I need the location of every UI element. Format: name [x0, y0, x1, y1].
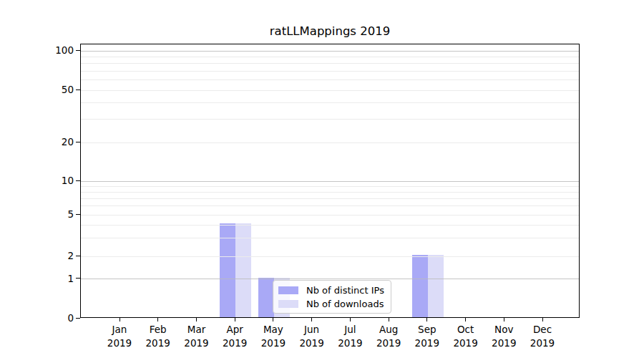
x-tick-mark-oct — [465, 318, 466, 321]
x-tick-mark-apr — [235, 318, 235, 321]
gridline-minor-8 — [81, 192, 579, 193]
gridline-minor-60 — [81, 79, 579, 80]
gridline-minor-90 — [81, 57, 579, 57]
gridline-minor-3 — [81, 238, 579, 238]
figure: ratLLMappings 2019 Nb of distinct IPs Nb… — [0, 0, 644, 358]
y-tick-label-1: 1 — [28, 272, 74, 285]
x-tick-mark-aug — [389, 318, 389, 321]
y-tick-label-5: 5 — [28, 208, 74, 221]
bar-nb-of-distinct-ips-sep — [412, 255, 428, 317]
x-tick-mark-mar — [196, 318, 197, 321]
gridline-minor-40 — [81, 102, 579, 103]
x-tick-mark-may — [273, 318, 273, 321]
y-tick-mark-2 — [76, 256, 80, 256]
y-tick-label-10: 10 — [28, 174, 74, 187]
gridline-minor-7 — [81, 198, 579, 199]
legend-row-distinct-ips: Nb of distinct IPs — [273, 284, 391, 297]
gridline-minor-30 — [81, 119, 579, 120]
y-tick-label-100: 100 — [28, 44, 74, 57]
gridline-minor-20 — [81, 142, 579, 143]
gridline-major-1 — [81, 279, 579, 279]
y-tick-label-20: 20 — [28, 135, 74, 148]
legend: Nb of distinct IPs Nb of downloads — [273, 280, 391, 314]
legend-swatch-downloads — [278, 300, 298, 308]
x-tick-year: 2019 — [519, 337, 565, 350]
gridline-minor-70 — [81, 71, 579, 72]
y-tick-mark-10 — [76, 180, 80, 181]
x-tick-mark-jan — [119, 318, 120, 321]
plot-area: Nb of distinct IPs Nb of downloads — [80, 44, 580, 318]
legend-label-distinct-ips: Nb of distinct IPs — [306, 285, 384, 296]
y-tick-label-2: 2 — [28, 249, 74, 262]
gridline-minor-9 — [81, 186, 579, 187]
gridline-minor-6 — [81, 205, 579, 206]
legend-row-downloads: Nb of downloads — [273, 297, 391, 311]
chart-title: ratLLMappings 2019 — [80, 24, 580, 38]
gridline-minor-80 — [81, 63, 579, 64]
gridline-major-100 — [81, 51, 579, 52]
x-tick-mark-sep — [426, 318, 427, 321]
gridline-minor-50 — [81, 90, 579, 91]
gridline-minor-2 — [81, 256, 579, 257]
bar-nb-of-downloads-sep — [428, 255, 444, 317]
x-tick-mark-nov — [504, 318, 504, 321]
gridline-minor-5 — [81, 215, 579, 216]
y-tick-mark-1 — [76, 278, 80, 279]
y-tick-mark-0 — [76, 318, 80, 319]
x-tick-mark-feb — [157, 318, 158, 321]
gridline-minor-4 — [81, 225, 579, 226]
x-tick-mark-dec — [542, 318, 543, 321]
legend-swatch-distinct-ips — [278, 286, 298, 294]
y-tick-mark-50 — [76, 90, 80, 90]
x-tick-mark-jun — [311, 318, 312, 321]
y-tick-mark-5 — [76, 214, 80, 215]
x-tick-mark-jul — [350, 318, 351, 321]
y-tick-label-0: 0 — [28, 311, 74, 324]
y-tick-mark-100 — [76, 50, 80, 51]
x-tick-label-dec: Dec2019 — [519, 323, 565, 350]
x-tick-month: Dec — [519, 323, 565, 337]
gridline-major-10 — [81, 181, 579, 182]
y-tick-mark-20 — [76, 142, 80, 142]
bar-nb-of-distinct-ips-may — [258, 278, 274, 318]
legend-label-downloads: Nb of downloads — [306, 299, 384, 309]
y-tick-label-50: 50 — [28, 83, 74, 96]
